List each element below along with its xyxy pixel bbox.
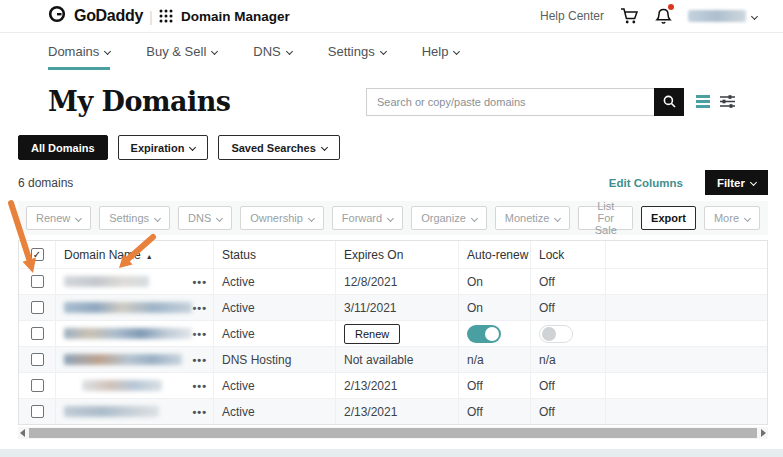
account-menu[interactable] (688, 10, 757, 22)
table-row: ••• Active 2/13/2021 Off Off (19, 372, 767, 398)
settings-button[interactable]: Settings (99, 206, 170, 230)
row-checkbox[interactable] (31, 379, 44, 392)
edit-columns-link[interactable]: Edit Columns (609, 177, 683, 189)
row-menu-icon[interactable]: ••• (192, 328, 207, 340)
select-all-checkbox[interactable]: ✓ (31, 248, 44, 261)
chevron-down-icon (380, 47, 387, 54)
domain-name-redacted (64, 302, 192, 313)
status-cell: Active (214, 295, 336, 320)
row-checkbox[interactable] (31, 405, 44, 418)
col-expires-on[interactable]: Expires On (336, 241, 459, 268)
chevron-down-icon (750, 179, 757, 186)
status-cell: Active (214, 269, 336, 294)
row-menu-icon[interactable]: ••• (192, 354, 207, 366)
search-input[interactable] (366, 88, 654, 116)
nav-settings[interactable]: Settings (328, 33, 386, 70)
notifications-bell-icon[interactable] (655, 7, 672, 25)
chevron-down-icon (154, 214, 161, 221)
nav-domains[interactable]: Domains (48, 33, 110, 70)
nav-help[interactable]: Help (422, 33, 460, 70)
table-row: ••• Active 2/13/2021 Off Off (19, 398, 767, 424)
domain-name-redacted (82, 380, 162, 391)
chevron-down-icon (751, 12, 758, 19)
domain-search (366, 88, 735, 116)
advanced-view-icon[interactable] (720, 94, 735, 109)
forward-button[interactable]: Forward (332, 206, 403, 230)
status-cell: Active (214, 373, 336, 398)
renew-button[interactable]: Renew (26, 206, 91, 230)
nav-dns[interactable]: DNS (253, 33, 291, 70)
domains-table: ✓ Domain Name▲ Status Expires On Auto-re… (18, 240, 768, 425)
chevron-down-icon (308, 214, 315, 221)
status-cell: DNS Hosting (214, 347, 336, 372)
scroll-right-arrow[interactable] (761, 429, 766, 437)
nav-buy-sell[interactable]: Buy & Sell (146, 33, 217, 70)
table-row: ••• DNS Hosting Not available n/a n/a (19, 346, 767, 372)
lock-cell: Off (531, 373, 606, 398)
more-button[interactable]: More (704, 206, 760, 230)
auto-renew-cell: On (459, 295, 531, 320)
primary-nav: Domains Buy & Sell DNS Settings Help (0, 33, 783, 70)
expiration-chip[interactable]: Expiration (118, 135, 209, 160)
status-cell: Active (214, 399, 336, 424)
row-menu-icon[interactable]: ••• (192, 406, 207, 418)
godaddy-logo[interactable]: GoDaddy (48, 5, 143, 27)
list-view-icon[interactable] (696, 95, 710, 108)
help-center-link[interactable]: Help Center (540, 9, 604, 23)
chevron-down-icon (453, 47, 460, 54)
row-checkbox[interactable] (31, 275, 44, 288)
auto-renew-toggle-on[interactable] (467, 325, 501, 343)
col-domain-name[interactable]: Domain Name▲ (64, 248, 153, 262)
renew-domain-button[interactable]: Renew (344, 324, 400, 344)
top-header: GoDaddy | Domain Manager Help Center (0, 0, 783, 33)
col-lock[interactable]: Lock (531, 241, 606, 268)
col-auto-renew[interactable]: Auto-renew (459, 241, 531, 268)
saved-searches-chip[interactable]: Saved Searches (218, 135, 339, 160)
chevron-down-icon (104, 47, 111, 54)
saved-filter-chips: All Domains Expiration Saved Searches (0, 129, 783, 160)
chevron-down-icon (216, 214, 223, 221)
apps-grid-icon[interactable] (159, 9, 173, 23)
scrollbar-thumb[interactable] (29, 428, 757, 438)
expires-cell: 3/11/2021 (336, 295, 459, 320)
row-menu-icon[interactable]: ••• (192, 380, 207, 392)
chevron-down-icon (75, 214, 82, 221)
row-checkbox[interactable] (31, 327, 44, 340)
sort-ascending-icon: ▲ (146, 253, 153, 260)
all-domains-chip[interactable]: All Domains (18, 135, 108, 160)
auto-renew-cell: Off (459, 373, 531, 398)
row-checkbox[interactable] (31, 353, 44, 366)
col-status[interactable]: Status (214, 241, 336, 268)
list-for-sale-button[interactable]: List For Sale (578, 206, 633, 230)
lock-cell: Off (531, 295, 606, 320)
footer-strip (0, 449, 783, 457)
expires-cell: Not available (336, 347, 459, 372)
table-header-row: ✓ Domain Name▲ Status Expires On Auto-re… (19, 241, 767, 268)
scroll-left-arrow[interactable] (20, 429, 25, 437)
chevron-down-icon (387, 214, 394, 221)
domain-name-redacted (64, 354, 182, 365)
row-menu-icon[interactable]: ••• (192, 276, 207, 288)
bulk-actions-toolbar: Renew Settings DNS Ownership Forward Org… (18, 201, 768, 235)
organize-button[interactable]: Organize (411, 206, 487, 230)
search-button[interactable] (654, 88, 684, 116)
domain-name-redacted (64, 328, 192, 339)
monetize-button[interactable]: Monetize (495, 206, 571, 230)
lock-toggle-off[interactable] (539, 325, 573, 343)
row-menu-icon[interactable]: ••• (192, 302, 207, 314)
horizontal-scrollbar[interactable] (18, 427, 768, 439)
domain-name-redacted (64, 276, 149, 287)
cart-icon[interactable] (620, 7, 639, 25)
chevron-down-icon (471, 214, 478, 221)
auto-renew-cell: n/a (459, 347, 531, 372)
auto-renew-cell: On (459, 269, 531, 294)
filter-button[interactable]: Filter (705, 170, 768, 195)
brand-name: GoDaddy (74, 7, 143, 25)
dns-button[interactable]: DNS (178, 206, 232, 230)
ownership-button[interactable]: Ownership (240, 206, 324, 230)
export-button[interactable]: Export (641, 206, 696, 230)
chevron-down-icon (321, 144, 328, 151)
lock-cell: n/a (531, 347, 606, 372)
row-checkbox[interactable] (31, 301, 44, 314)
domain-manager-page: GoDaddy | Domain Manager Help Center (0, 0, 783, 457)
